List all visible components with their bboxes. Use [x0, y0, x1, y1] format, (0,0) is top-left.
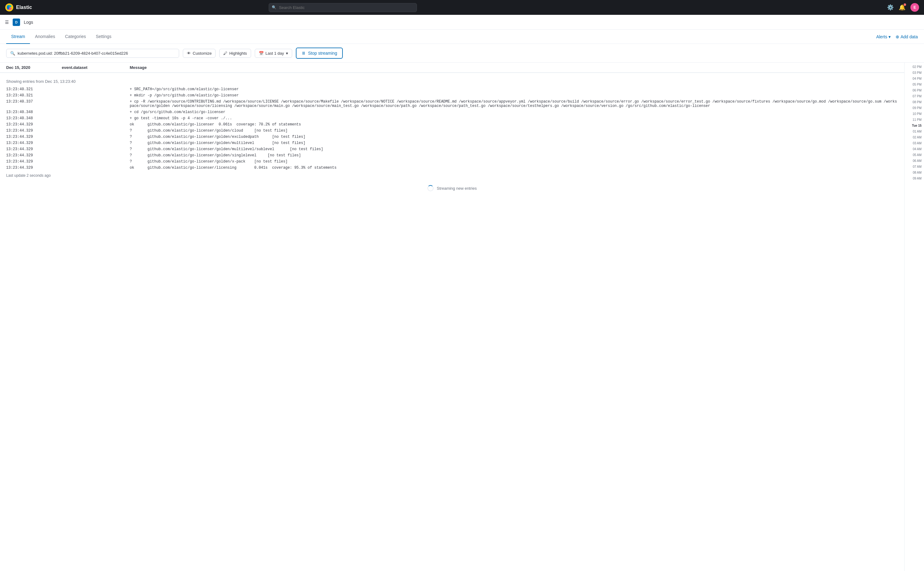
alerts-label: Alerts [876, 34, 887, 39]
log-message: ? github.com/elastic/go-licenser/golden/… [130, 153, 898, 157]
timeline-label: 04 PM [904, 76, 924, 82]
table-row[interactable]: 13:23:40.321 + SRC_PATH=/go/src/github.c… [0, 86, 904, 93]
log-time: 13:23:44.329 [6, 122, 62, 127]
log-time: 13:23:40.337 [6, 99, 62, 104]
timeline-label: 03 PM [904, 70, 924, 76]
alerts-button[interactable]: Alerts ▾ [876, 34, 891, 39]
log-time: 13:23:40.321 [6, 93, 62, 98]
log-message: + go test -timeout 10s -p 4 -race -cover… [130, 116, 898, 120]
table-header: Dec 15, 2020 event.dataset Message [0, 63, 904, 73]
plus-icon: ⊕ [896, 34, 899, 39]
app-name: Elastic [16, 5, 32, 10]
add-data-label: Add data [901, 34, 918, 39]
table-row[interactable]: 13:23:40.321 + mkdir -p /go/src/github.c… [0, 93, 904, 99]
log-time: 13:23:44.329 [6, 159, 62, 164]
table-row[interactable]: 13:23:40.337 + cp -R /workspace/source/C… [0, 99, 904, 109]
last-update: Last update 2 seconds ago [0, 171, 904, 180]
timeline-label: 01 AM [904, 128, 924, 134]
log-message: + cp -R /workspace/source/CONTRIBUTING.m… [130, 99, 898, 108]
timeline-label: 08 AM [904, 170, 924, 176]
calendar-icon: 📅 [259, 51, 264, 56]
search-bar[interactable]: 🔍 [269, 3, 417, 12]
tab-stream[interactable]: Stream [6, 30, 30, 44]
timeline-label: 06 PM [904, 88, 924, 93]
stop-streaming-label: Stop streaming [308, 51, 337, 56]
table-row[interactable]: 13:23:44.329 ? github.com/elastic/go-lic… [0, 159, 904, 165]
table-row[interactable]: 13:23:40.348 + cd /go/src/github.com/ela… [0, 109, 904, 115]
tabs-bar: Stream Anomalies Categories Settings Ale… [0, 30, 924, 44]
timeline-label: 09 PM [904, 105, 924, 111]
log-time: 13:23:44.329 [6, 153, 62, 157]
entries-info: Showing entries from Dec 15, 13:23:40 [0, 73, 904, 86]
timeline-label: 02 AM [904, 134, 924, 140]
svg-point-3 [7, 5, 9, 9]
stop-streaming-button[interactable]: ⏸ Stop streaming [296, 48, 343, 59]
highlights-button[interactable]: 🖊 Highlights [219, 49, 251, 58]
hamburger-icon: ☰ [5, 20, 9, 25]
search-input[interactable] [269, 3, 417, 12]
avatar[interactable]: E [910, 3, 919, 12]
add-data-button[interactable]: ⊕ Add data [896, 34, 918, 39]
table-row[interactable]: 13:23:44.329 ? github.com/elastic/go-lic… [0, 128, 904, 134]
nav-right: ⚙️ 🔔 E [887, 3, 919, 12]
col-message: Message [130, 65, 898, 70]
log-time: 13:23:44.329 [6, 135, 62, 139]
loading-spinner [427, 185, 434, 191]
log-area[interactable]: Dec 15, 2020 event.dataset Message Showi… [0, 63, 904, 571]
date-label: Last 1 day [266, 51, 284, 56]
log-time: 13:23:40.348 [6, 110, 62, 114]
pause-icon: ⏸ [302, 51, 306, 56]
tabs-right-actions: Alerts ▾ ⊕ Add data [876, 34, 918, 39]
hamburger-menu[interactable]: ☰ [5, 20, 9, 25]
filter-input[interactable] [18, 51, 175, 56]
chevron-down-icon: ▾ [286, 51, 288, 56]
table-row[interactable]: 13:23:44.329 ok github.com/elastic/go-li… [0, 165, 904, 171]
highlights-label: Highlights [229, 51, 247, 56]
streaming-indicator: Streaming new entries [0, 180, 904, 196]
timeline-label: 11 PM [904, 117, 924, 123]
breadcrumb-icon: D [13, 19, 20, 26]
main-content: Dec 15, 2020 event.dataset Message Showi… [0, 63, 924, 571]
timeline-label: 03 AM [904, 140, 924, 146]
app-logo[interactable]: Elastic [5, 3, 32, 12]
settings-icon[interactable]: ⚙️ [887, 4, 894, 11]
search-icon: 🔍 [272, 5, 276, 9]
timeline-label: 05 PM [904, 82, 924, 88]
log-message: + SRC_PATH=/go/src/github.com/elastic/go… [130, 87, 898, 91]
table-row[interactable]: 13:23:44.329 ? github.com/elastic/go-lic… [0, 146, 904, 152]
log-message: ok github.com/elastic/go-licenser 0.061s… [130, 122, 898, 127]
log-message: ? github.com/elastic/go-licenser/golden/… [130, 141, 898, 145]
page-title: Logs [24, 20, 33, 25]
log-message: + cd /go/src/github.com/elastic/go-licen… [130, 110, 898, 114]
log-time: 13:23:44.329 [6, 147, 62, 151]
toolbar: 🔍 👁 Customize 🖊 Highlights 📅 Last 1 day … [0, 44, 924, 63]
notification-dot [904, 3, 906, 6]
timeline-label: 04 AM [904, 146, 924, 152]
timeline-labels: 02 PM03 PM04 PM05 PM06 PM07 PM08 PM09 PM… [904, 64, 924, 181]
tab-settings[interactable]: Settings [91, 30, 116, 44]
table-row[interactable]: 13:23:40.348 + go test -timeout 10s -p 4… [0, 115, 904, 122]
customize-button[interactable]: 👁 Customize [183, 49, 216, 58]
log-rows-container: 13:23:40.321 + SRC_PATH=/go/src/github.c… [0, 86, 904, 171]
table-row[interactable]: 13:23:44.329 ? github.com/elastic/go-lic… [0, 152, 904, 159]
date-picker[interactable]: 📅 Last 1 day ▾ [255, 49, 292, 58]
table-row[interactable]: 13:23:44.329 ok github.com/elastic/go-li… [0, 122, 904, 128]
log-time: 13:23:44.329 [6, 128, 62, 133]
timeline-label: 06 AM [904, 158, 924, 164]
log-message: ? github.com/elastic/go-licenser/golden/… [130, 128, 898, 133]
customize-label: Customize [193, 51, 211, 56]
tab-anomalies[interactable]: Anomalies [30, 30, 60, 44]
table-row[interactable]: 13:23:44.329 ? github.com/elastic/go-lic… [0, 134, 904, 140]
filter-input-wrapper[interactable]: 🔍 [6, 49, 179, 58]
log-time: 13:23:44.329 [6, 141, 62, 145]
log-time: 13:23:44.329 [6, 166, 62, 170]
log-message: ? github.com/elastic/go-licenser/golden/… [130, 135, 898, 139]
log-message: + mkdir -p /go/src/github.com/elastic/go… [130, 93, 898, 98]
timeline-label: 07 AM [904, 164, 924, 170]
chevron-down-icon: ▾ [889, 34, 891, 39]
tab-categories[interactable]: Categories [60, 30, 91, 44]
timeline-label: 07 PM [904, 93, 924, 99]
log-time: 13:23:40.348 [6, 116, 62, 120]
streaming-label: Streaming new entries [437, 186, 476, 191]
table-row[interactable]: 13:23:44.329 ? github.com/elastic/go-lic… [0, 140, 904, 146]
